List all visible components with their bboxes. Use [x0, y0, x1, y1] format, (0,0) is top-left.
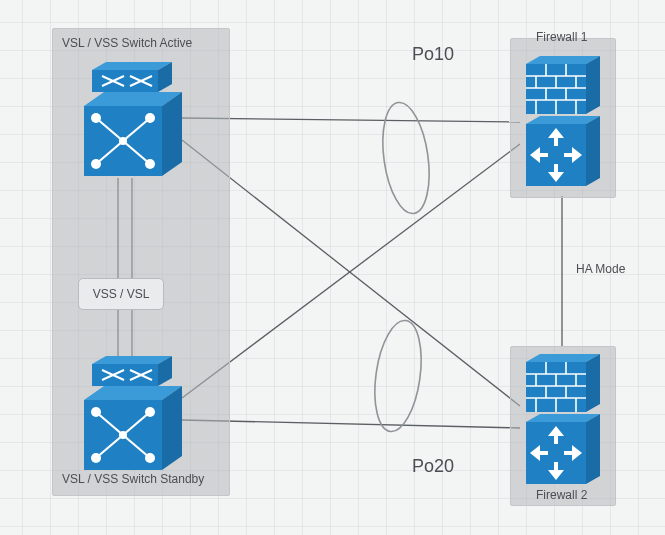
svg-marker-36 — [586, 56, 600, 114]
switch-body-icon — [84, 386, 182, 470]
svg-point-13 — [145, 113, 155, 123]
label-fw2: Firewall 2 — [536, 488, 587, 502]
label-vss-standby: VSL / VSS Switch Standby — [62, 472, 204, 486]
switch-active-icon — [74, 58, 186, 180]
switch-standby-icon — [74, 352, 186, 474]
svg-marker-75 — [586, 414, 600, 484]
svg-marker-59 — [586, 354, 600, 412]
svg-marker-52 — [586, 116, 600, 186]
label-ha-mode: HA Mode — [576, 262, 625, 276]
label-po20: Po20 — [412, 456, 454, 477]
svg-point-16 — [119, 137, 127, 145]
firewall-1-icon — [520, 54, 606, 190]
label-po10: Po10 — [412, 44, 454, 65]
label-vsl-text: VSS / VSL — [93, 287, 150, 301]
svg-point-31 — [91, 453, 101, 463]
svg-point-33 — [119, 431, 127, 439]
svg-point-12 — [91, 113, 101, 123]
svg-point-14 — [91, 159, 101, 169]
svg-point-32 — [145, 453, 155, 463]
label-vsl-box: VSS / VSL — [78, 278, 164, 310]
diagram-stage: VSL / VSS Switch Active VSL / VSS Switch… — [0, 0, 665, 535]
switch-body-icon — [84, 92, 182, 176]
switch-top-module-icon — [92, 62, 172, 92]
firewall-router-icon — [526, 116, 600, 186]
firewall-router-icon — [526, 414, 600, 484]
svg-point-30 — [145, 407, 155, 417]
svg-point-29 — [91, 407, 101, 417]
svg-marker-26 — [162, 386, 182, 470]
firewall-bricks-icon — [526, 56, 600, 114]
switch-top-module-icon — [92, 356, 172, 386]
svg-point-15 — [145, 159, 155, 169]
label-vss-active: VSL / VSS Switch Active — [62, 36, 192, 50]
svg-marker-1 — [92, 70, 158, 92]
label-fw1: Firewall 1 — [536, 30, 587, 44]
svg-marker-0 — [92, 62, 172, 70]
svg-marker-9 — [162, 92, 182, 176]
svg-marker-18 — [92, 364, 158, 386]
svg-marker-17 — [92, 356, 172, 364]
firewall-bricks-icon — [526, 354, 600, 412]
firewall-2-icon — [520, 352, 606, 488]
